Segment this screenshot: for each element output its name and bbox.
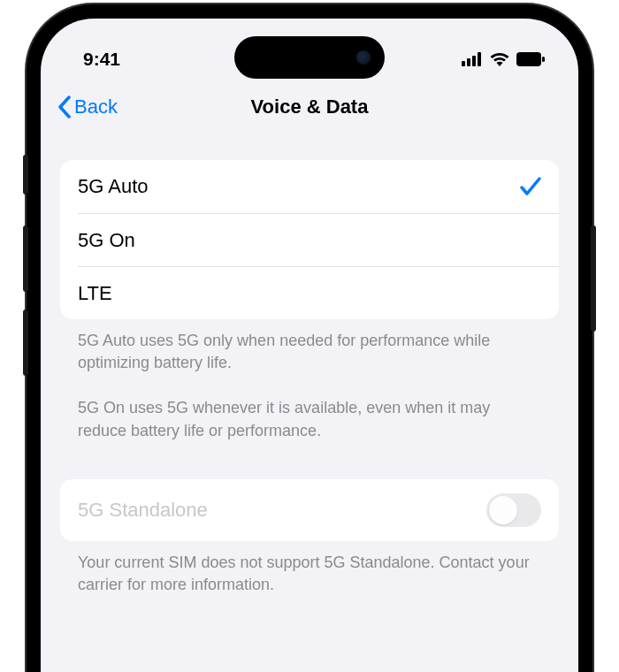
svg-rect-4 — [516, 52, 541, 66]
toggle-knob — [489, 496, 517, 524]
option-label: 5G On — [78, 229, 135, 252]
help-text-5g-on: 5G On uses 5G whenever it is available, … — [60, 386, 559, 441]
nav-bar: Back Voice & Data — [41, 80, 578, 134]
option-5g-on[interactable]: 5G On — [78, 213, 559, 266]
cellular-signal-icon — [462, 52, 483, 66]
wifi-icon — [490, 52, 509, 66]
status-time: 9:41 — [83, 49, 120, 70]
status-indicators — [462, 52, 545, 66]
side-button — [23, 309, 28, 376]
front-camera — [356, 50, 371, 65]
back-label: Back — [74, 95, 118, 118]
side-button — [23, 155, 28, 195]
svg-rect-5 — [542, 57, 545, 62]
svg-rect-2 — [472, 56, 476, 66]
standalone-group: 5G Standalone — [60, 479, 559, 541]
voice-data-options: 5G Auto 5G On LTE — [60, 160, 559, 319]
svg-rect-1 — [467, 58, 470, 66]
standalone-toggle[interactable] — [486, 493, 541, 527]
option-label: LTE — [78, 282, 112, 305]
svg-rect-3 — [478, 52, 481, 66]
content: 5G Auto 5G On LTE 5G Auto uses 5G only w… — [41, 134, 578, 596]
page-title: Voice & Data — [41, 95, 578, 118]
side-button — [23, 225, 28, 292]
standalone-footer: Your current SIM does not support 5G Sta… — [60, 541, 559, 596]
dynamic-island — [234, 36, 385, 79]
standalone-row[interactable]: 5G Standalone — [60, 479, 559, 541]
option-5g-auto[interactable]: 5G Auto — [60, 160, 559, 213]
battery-icon — [516, 52, 545, 66]
chevron-left-icon — [57, 95, 73, 118]
side-button — [591, 225, 596, 332]
back-button[interactable]: Back — [57, 95, 118, 118]
help-text-5g-auto: 5G Auto uses 5G only when needed for per… — [60, 319, 559, 374]
option-lte[interactable]: LTE — [78, 266, 559, 319]
svg-rect-0 — [462, 61, 465, 66]
phone-frame: 9:41 — [27, 4, 592, 672]
screen: 9:41 — [41, 19, 578, 672]
checkmark-icon — [520, 177, 541, 196]
standalone-label: 5G Standalone — [78, 499, 208, 522]
option-label: 5G Auto — [78, 175, 149, 198]
